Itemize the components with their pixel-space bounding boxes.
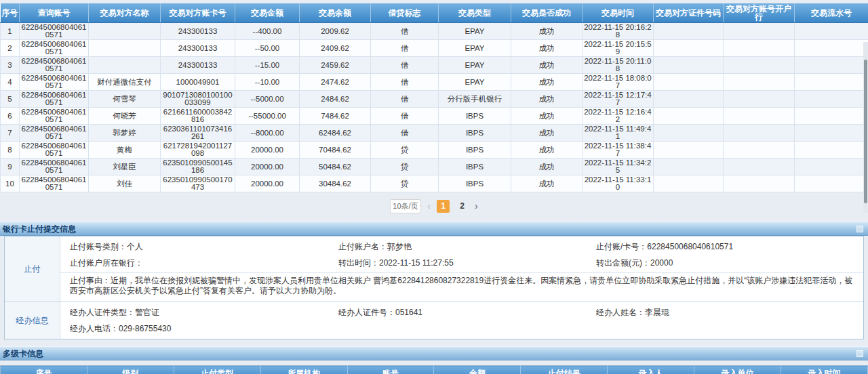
table-cell: IBPS [439, 142, 511, 159]
page-button-1[interactable]: 1 [437, 200, 450, 213]
table-cell [795, 40, 868, 57]
stop-payment-section-title: 银行卡止付提交信息 [3, 224, 76, 234]
table-row: 106228450068040610571刘佳62350109905001704… [1, 175, 868, 192]
table-cell: 243300133 [161, 23, 235, 40]
next-page-button[interactable]: › [475, 200, 478, 212]
table-cell: 6228450068040610571 [20, 40, 89, 57]
agent-info-group-label: 经办信息 [5, 302, 60, 339]
column-header: 交易金额 [235, 3, 300, 23]
column-header: 录入单位 [694, 366, 781, 374]
stop-reason: 止付事由：近期，我单位在接报刘妮被骗警情中，发现涉案人员利用贵单位相关账户 曹鸿… [60, 272, 863, 299]
stop-payment-section-header: 银行卡止付提交信息 [0, 222, 868, 236]
table-cell: 6235010990500170473 [161, 175, 235, 192]
table-cell [724, 108, 795, 125]
field-row: 经办人证件类型：警官证 经办人证件号：051641 经办人姓名：李晨琨 [60, 304, 863, 320]
table-cell [654, 23, 724, 40]
page-size-label: 10条/页 [393, 201, 418, 211]
table-cell [654, 57, 724, 74]
table-cell: 20000.00 [235, 142, 300, 159]
table-cell: 黄梅 [89, 142, 161, 159]
agent-name: 经办人姓名：李晨琨 [596, 304, 863, 320]
table-row: 36228450068040610571243300133--15.002459… [1, 57, 868, 74]
table-cell: EPAY [439, 40, 511, 57]
table-cell: 贷 [371, 175, 439, 192]
table-cell [724, 23, 795, 40]
table-cell: 贷 [371, 159, 439, 175]
table-cell: 2409.62 [300, 40, 371, 57]
table-cell [795, 142, 868, 159]
transfer-amount: 转出金额(元)：20000 [596, 255, 863, 271]
table-cell: 7484.62 [300, 108, 371, 125]
table-cell [724, 175, 795, 192]
table-cell: 成功 [511, 142, 583, 159]
stop-bank: 止付账户所在银行： [70, 255, 338, 271]
table-cell [654, 40, 724, 57]
table-cell: 6217281942001127098 [161, 142, 235, 159]
table-cell: 6228450068040610571 [20, 175, 89, 192]
table-cell: --15.00 [235, 57, 300, 74]
table-cell: 5 [1, 91, 20, 108]
table-cell: IBPS [439, 125, 511, 142]
table-cell: 2474.62 [300, 74, 371, 91]
transactions-table: 序号查询账号交易对方名称交易对方账卡号交易金额交易余额借贷标志交易类型交易是否成… [0, 3, 868, 192]
column-header: 交易对方账卡号 [161, 3, 235, 23]
table-cell [654, 91, 724, 108]
table-cell: 财付通微信支付 [89, 74, 161, 91]
page-size-select[interactable]: 10条/页 ˅ [390, 199, 421, 213]
table-cell: 6235010990500145186 [161, 159, 235, 175]
page-button-2[interactable]: 2 [456, 200, 469, 213]
agent-phone: 经办人电话：029-86755430 [70, 320, 338, 337]
agent-info-content: 经办人证件类型：警官证 经办人证件号：051641 经办人姓名：李晨琨 经办人电… [60, 302, 863, 339]
collapse-icon[interactable] [856, 350, 863, 357]
table-cell: 2022-11-15 12:17:47 [583, 91, 654, 108]
prev-page-button[interactable]: ‹ [427, 200, 431, 212]
table-cell [795, 57, 868, 74]
column-header: 交易余额 [300, 3, 371, 23]
table-cell [89, 40, 161, 57]
transactions-header-row: 序号查询账号交易对方名称交易对方账卡号交易金额交易余额借贷标志交易类型交易是否成… [1, 3, 868, 23]
table-cell [724, 91, 795, 108]
table-cell: 2022-11-15 11:49:41 [583, 125, 654, 142]
chevron-down-icon: ˅ [420, 203, 422, 209]
table-cell [724, 142, 795, 159]
agent-info-group: 经办信息 经办人证件类型：警官证 经办人证件号：051641 经办人姓名：李晨琨… [5, 302, 863, 339]
table-cell: 借 [371, 40, 439, 57]
table-cell: 2022-11-15 12:16:42 [583, 108, 654, 125]
table-cell: --55000.00 [235, 108, 300, 125]
table-cell: 借 [371, 108, 439, 125]
table-cell: 成功 [511, 74, 583, 91]
table-cell: 2022-11-15 20:16:28 [583, 23, 654, 40]
table-cell: 分行版手机银行 [439, 91, 511, 108]
table-cell: IBPS [439, 175, 511, 192]
stop-card-number: 止付账/卡号：6228450068040610571 [596, 238, 863, 255]
column-header: 交易类型 [439, 3, 511, 23]
table-cell: 4 [1, 74, 20, 91]
column-header: 止付结果 [521, 366, 608, 374]
column-header: 录入人 [608, 366, 694, 374]
table-cell: 借 [371, 23, 439, 40]
multi-card-table: 序号级别止付类型所属机构账号余额止付结果录入人录入单位录入时间 1一级第三方止付… [0, 365, 868, 374]
table-row: 66228450068040610571何晓芳62166116000038428… [1, 108, 868, 125]
table-cell [654, 142, 724, 159]
table-cell: 243300133 [161, 40, 235, 57]
table-cell: 2022-11-15 11:38:47 [583, 142, 654, 159]
table-cell: 6228450068040610571 [20, 57, 89, 74]
table-cell: EPAY [439, 57, 511, 74]
table-cell: 何晓芳 [89, 108, 161, 125]
table-cell [795, 159, 868, 175]
agent-cert-no: 经办人证件号：051641 [338, 304, 596, 320]
table-cell: --8000.00 [235, 125, 300, 142]
table-cell: 7 [1, 125, 20, 142]
table-cell [724, 159, 795, 175]
multi-card-header-row: 序号级别止付类型所属机构账号余额止付结果录入人录入单位录入时间 [1, 366, 868, 374]
table-cell: 成功 [511, 175, 583, 192]
column-header: 交易流水号 [795, 3, 868, 23]
table-row: 46228450068040610571财付通微信支付1000049901--1… [1, 74, 868, 91]
stop-account-type: 止付账号类别：个人 [70, 238, 338, 255]
table-cell: 6230361101073416261 [161, 125, 235, 142]
collapse-icon[interactable] [856, 226, 863, 232]
stop-payment-group: 止付 止付账号类别：个人 止付账户名：郭梦艳 止付账/卡号：6228450068… [5, 236, 863, 302]
scrollbar-thumb[interactable] [864, 60, 867, 203]
column-header: 止付类型 [174, 366, 260, 374]
table-cell: 3 [1, 57, 20, 74]
